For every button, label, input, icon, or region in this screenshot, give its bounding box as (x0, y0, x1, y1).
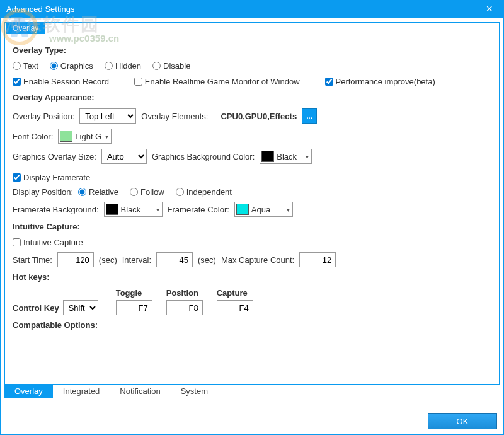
chevron-down-icon: ▾ (285, 206, 291, 213)
overlay-position-label: Overlay Position: (13, 112, 74, 121)
control-key-select[interactable]: Shift (63, 300, 98, 315)
font-color-select[interactable]: Light G ▾ (58, 129, 112, 144)
col-position: Position (166, 288, 210, 298)
enable-session-record-checkbox[interactable]: Enable Session Record (13, 77, 109, 86)
overlay-position-select[interactable]: Top Left (79, 108, 136, 124)
framerate-color-swatch (236, 204, 249, 215)
window-title: Advanced Settings (6, 4, 481, 14)
overlay-type-header: Overlay Type: (13, 45, 491, 55)
tab-overlay[interactable]: Overlay (4, 384, 53, 398)
overlay-type-disable[interactable]: Disable (152, 61, 190, 71)
framerate-color-select[interactable]: Aqua ▾ (234, 202, 293, 217)
control-key-label: Control Key (13, 303, 59, 313)
display-pos-follow[interactable]: Follow (130, 187, 164, 197)
tab-integrated[interactable]: Integrated (53, 384, 110, 398)
hotkey-position-input[interactable] (166, 300, 203, 315)
start-time-label: Start Time: (13, 255, 52, 265)
interval-unit: (sec) (198, 255, 216, 265)
inner-tab-overlay[interactable]: Overlay (6, 23, 45, 34)
col-capture: Capture (217, 288, 261, 298)
dialog-body: Overlay Overlay Type: Text Graphics Hidd… (0, 18, 504, 435)
graphics-bg-swatch (261, 151, 274, 162)
overlay-type-hidden[interactable]: Hidden (105, 61, 141, 71)
intuitive-capture-checkbox[interactable]: Intuitive Capture (13, 238, 83, 247)
close-icon[interactable]: × (481, 3, 498, 16)
chevron-down-icon: ▾ (304, 153, 310, 160)
display-pos-independent[interactable]: Independent (176, 187, 232, 197)
ok-button[interactable]: OK (428, 413, 497, 429)
hotkeys-header: Hot keys: (13, 272, 491, 282)
hotkey-capture-input[interactable] (217, 300, 253, 315)
overlay-type-graphics[interactable]: Graphics (50, 61, 93, 71)
max-capture-label: Max Capture Count: (221, 255, 294, 265)
enable-realtime-monitor-checkbox[interactable]: Enable Realtime Game Monitor of Window (134, 77, 300, 86)
overlay-elements-label: Overlay Elements: (141, 112, 208, 121)
graphics-size-select[interactable]: Auto (101, 149, 147, 164)
graphics-bg-select[interactable]: Black ▾ (260, 149, 312, 164)
start-time-input[interactable] (57, 252, 94, 267)
interval-input[interactable] (156, 252, 193, 267)
graphics-size-label: Graphics Overlay Size: (13, 152, 96, 161)
overlay-appearance-header: Overlay Appearance: (13, 93, 491, 102)
performance-improve-checkbox[interactable]: Performance improve(beta) (325, 77, 435, 86)
tab-system[interactable]: System (171, 384, 218, 398)
chevron-down-icon: ▾ (155, 206, 161, 213)
display-position-label: Display Position: (13, 187, 73, 197)
interval-label: Interval: (122, 255, 151, 265)
display-pos-relative[interactable]: Relative (78, 187, 118, 197)
framerate-bg-swatch (106, 204, 118, 215)
chevron-down-icon: ▾ (104, 133, 110, 140)
start-time-unit: (sec) (99, 255, 117, 265)
col-toggle: Toggle (116, 288, 160, 298)
display-framerate-checkbox[interactable]: Display Framerate (13, 173, 90, 182)
content-panel: Overlay Overlay Type: Text Graphics Hidd… (4, 22, 500, 385)
framerate-bg-label: Framerate Background: (13, 205, 99, 214)
hotkey-toggle-input[interactable] (116, 300, 152, 315)
compat-header: Compatiable Options: (13, 320, 491, 330)
overlay-elements-value: CPU0,GPU0,Effects (220, 112, 297, 121)
bottom-tab-bar: Overlay Integrated Notification System (4, 384, 500, 398)
intuitive-capture-header: Intuitive Capture: (13, 222, 491, 231)
overlay-elements-button[interactable]: ... (302, 108, 317, 124)
overlay-type-text[interactable]: Text (13, 61, 38, 71)
framerate-color-label: Framerate Color: (168, 205, 229, 214)
font-color-label: Font Color: (13, 132, 53, 141)
graphics-bg-label: Graphics Background Color: (152, 152, 255, 161)
title-bar: Advanced Settings × (0, 0, 504, 18)
max-capture-input[interactable] (299, 252, 336, 267)
framerate-bg-select[interactable]: Black ▾ (104, 202, 163, 217)
font-color-swatch (60, 130, 72, 142)
tab-notification[interactable]: Notification (110, 384, 170, 398)
